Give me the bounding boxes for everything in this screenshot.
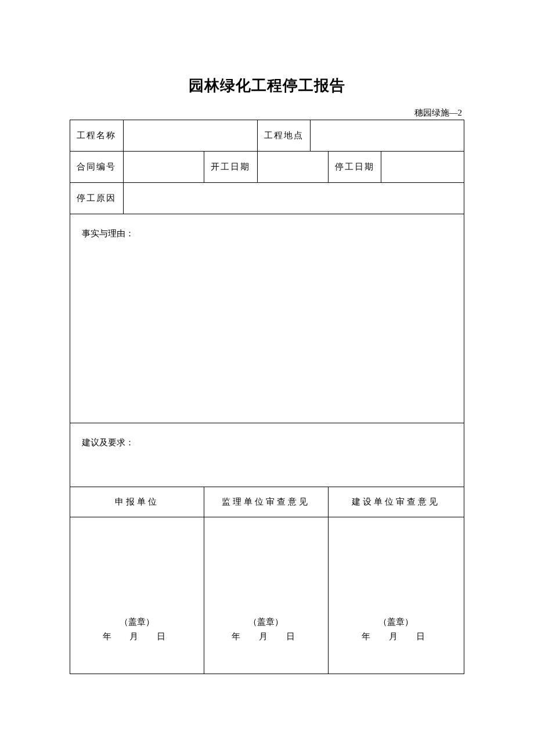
year-unit: 年 [103,632,111,641]
day-unit: 日 [157,632,165,641]
header-supervisor: 监理单位审查意见 [204,487,328,517]
row-facts: 事实与理由： [70,214,464,423]
sign-applicant[interactable]: （盖章） 年 月 日 [70,517,204,674]
label-facts: 事实与理由： [82,229,134,238]
month-unit: 月 [389,632,398,641]
value-project-name[interactable] [123,120,257,152]
row-signatures: （盖章） 年 月 日 （盖章） 年 月 日 （盖章） 年 月 [70,517,464,674]
document-title: 园林绿化工程停工报告 [70,75,464,96]
row-stop-reason: 停工原因 [70,183,464,214]
label-project-location: 工程地点 [257,120,311,152]
stamp-supervisor: （盖章） [204,617,328,628]
day-unit: 日 [286,632,295,641]
facts-cell[interactable]: 事实与理由： [70,214,464,423]
row-project: 工程名称 工程地点 [70,120,464,152]
row-section-headers: 申报单位 监理单位审查意见 建设单位审查意见 [70,487,464,517]
label-start-date: 开工日期 [204,152,257,183]
month-unit: 月 [129,632,138,641]
label-contract-no: 合同编号 [70,152,124,183]
header-applicant: 申报单位 [70,487,204,517]
suggestions-cell[interactable]: 建议及要求： [70,423,464,487]
year-unit: 年 [362,632,370,641]
form-table: 工程名称 工程地点 合同编号 开工日期 停工日期 停工原因 事实与理由： 建议及… [70,120,464,674]
row-suggestions: 建议及要求： [70,423,464,487]
document-page: 园林绿化工程停工报告 穗园绿施—2 工程名称 工程地点 合同编号 开工日期 停工… [0,0,534,732]
header-owner: 建设单位审查意见 [328,487,464,517]
value-stop-date[interactable] [381,152,464,183]
day-unit: 日 [416,632,425,641]
month-unit: 月 [259,632,268,641]
form-code: 穗园绿施—2 [70,107,464,118]
label-stop-reason: 停工原因 [70,183,124,214]
date-applicant: 年 月 日 [70,631,204,642]
stamp-applicant: （盖章） [70,617,204,628]
label-suggestions: 建议及要求： [82,438,134,447]
row-contract: 合同编号 开工日期 停工日期 [70,152,464,183]
value-project-location[interactable] [311,120,464,152]
value-contract-no[interactable] [123,152,204,183]
label-stop-date: 停工日期 [328,152,381,183]
value-stop-reason[interactable] [123,183,464,214]
value-start-date[interactable] [257,152,328,183]
sign-supervisor[interactable]: （盖章） 年 月 日 [204,517,328,674]
year-unit: 年 [232,632,240,641]
date-supervisor: 年 月 日 [204,631,328,642]
label-project-name: 工程名称 [70,120,124,152]
stamp-owner: （盖章） [329,617,464,628]
date-owner: 年 月 日 [329,631,464,642]
sign-owner[interactable]: （盖章） 年 月 日 [328,517,464,674]
